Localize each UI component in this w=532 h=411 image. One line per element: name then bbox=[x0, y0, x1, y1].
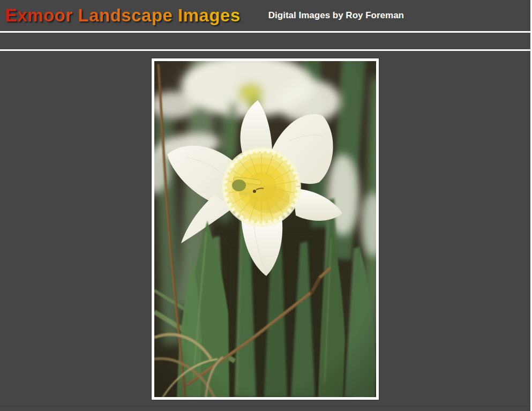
site-header: Exmoor Landscape Images Digital Images b… bbox=[0, 0, 530, 31]
daffodil-photo: White daffodil flower with a ruffled yel… bbox=[154, 61, 376, 397]
footer-bar bbox=[0, 406, 530, 411]
site-title: Exmoor Landscape Images bbox=[5, 5, 241, 26]
page: Exmoor Landscape Images Digital Images b… bbox=[0, 0, 532, 411]
photo-frame: White daffodil flower with a ruffled yel… bbox=[152, 58, 379, 400]
site-subtitle: Digital Images by Roy Foreman bbox=[268, 10, 404, 21]
nav-bar bbox=[0, 33, 530, 49]
main-area: White daffodil flower with a ruffled yel… bbox=[0, 51, 530, 406]
